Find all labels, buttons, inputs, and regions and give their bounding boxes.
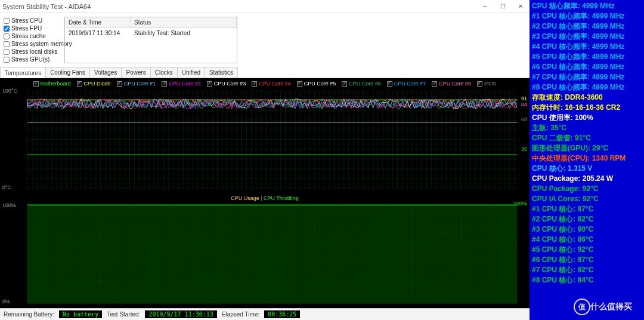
y-label-top: 100°C [2, 88, 17, 94]
legend-item[interactable]: ✓Motherboard [33, 81, 71, 87]
log-header-datetime: Date & Time [65, 17, 131, 27]
elapsed-label: Elapsed Time: [222, 311, 259, 318]
legend-cpu-usage: CPU Usage [231, 195, 259, 201]
tab-unified[interactable]: Unified [177, 67, 205, 78]
legend-item[interactable]: ✓CPU Core #6 [342, 81, 381, 87]
stress-option[interactable]: Stress FPU [4, 24, 61, 32]
titlebar[interactable]: System Stability Test - AIDA64 ─ ☐ ✕ [0, 0, 530, 13]
stress-checkbox[interactable] [4, 41, 10, 47]
sensor-reading: #2 CPU 核心频率: 4999 MHz [532, 21, 642, 32]
stress-checkbox[interactable] [4, 33, 10, 39]
sensor-reading: 主板: 35°C [532, 123, 642, 133]
tab-powers[interactable]: Powers [121, 67, 150, 78]
log-row: 2019/9/17 11:30:14 Stability Test: Start… [65, 28, 237, 38]
stress-option[interactable]: Stress local disks [4, 48, 61, 56]
sensor-reading: #3 CPU 核心: 90°C [532, 224, 642, 235]
sensor-reading: #8 CPU 核心频率: 4999 MHz [532, 82, 642, 93]
stress-options: Stress CPUStress FPUStress cacheStress s… [4, 17, 61, 63]
stress-checkbox[interactable] [4, 57, 10, 63]
legend-checkbox[interactable]: ✓ [297, 81, 302, 87]
sensor-reading: CPU 二极管: 91°C [532, 133, 642, 143]
legend-checkbox[interactable]: ✓ [33, 81, 39, 87]
test-started-value: 2019/9/17 11:30:13 [145, 310, 216, 318]
legend-item[interactable]: ✓MOS [477, 81, 497, 87]
tab-voltages[interactable]: Voltages [89, 67, 122, 78]
sensor-reading: CPU 使用率: 100% [532, 113, 642, 123]
log-header-status: Status [131, 17, 237, 27]
sensor-reading: #4 CPU 核心: 86°C [532, 235, 642, 245]
maximize-button[interactable]: ☐ [494, 0, 512, 13]
elapsed-value: 00:36:25 [264, 310, 300, 318]
legend-item[interactable]: ✓CPU Diode [77, 81, 111, 87]
sensor-reading: #7 CPU 核心频率: 4999 MHz [532, 72, 642, 82]
legend-item[interactable]: ✓CPU Core #5 [297, 81, 336, 87]
legend-item[interactable]: ✓CPU Core #2 [162, 81, 201, 87]
battery-label: Remaining Battery: [4, 311, 54, 318]
y-label-top: 100% [2, 202, 16, 208]
stress-option[interactable]: Stress system memory [4, 40, 61, 48]
battery-value: No battery [59, 310, 102, 318]
stress-checkbox[interactable] [4, 18, 10, 24]
tab-statistics[interactable]: Statistics [205, 67, 238, 78]
sensor-reading: CPU IA Cores: 92°C [532, 194, 642, 204]
tab-temperatures[interactable]: Temperatures [0, 67, 46, 78]
sensor-reading: 内存计时: 16-16-16-36 CR2 [532, 103, 642, 113]
stress-option[interactable]: Stress CPU [4, 17, 61, 24]
sensor-reading: #1 CPU 核心频率: 4999 MHz [532, 11, 642, 21]
y-label-bot: 0°C [2, 184, 11, 190]
chart-value-label: 35 [521, 146, 527, 152]
legend-checkbox[interactable]: ✓ [77, 81, 82, 87]
legend-item[interactable]: ✓CPU Core #3 [207, 81, 246, 87]
legend-checkbox[interactable]: ✓ [387, 81, 392, 87]
y-label-bot: 0% [2, 299, 10, 304]
legend-checkbox[interactable]: ✓ [432, 81, 437, 87]
sensor-reading: CPU 核心: 1.315 V [532, 164, 642, 174]
chart-value-label: 91 [521, 96, 527, 101]
sensor-reading: CPU Package: 205.24 W [532, 174, 642, 184]
sensor-reading: #4 CPU 核心频率: 4999 MHz [532, 42, 642, 52]
stress-checkbox[interactable] [4, 49, 10, 55]
stress-option[interactable]: Stress cache [4, 32, 61, 40]
tab-clocks[interactable]: Clocks [150, 67, 178, 78]
log-table: Date & Time Status 2019/9/17 11:30:14 St… [64, 17, 237, 63]
legend-checkbox[interactable]: ✓ [252, 81, 257, 87]
legend-item[interactable]: ✓CPU Core #4 [252, 81, 291, 87]
sensor-reading: #5 CPU 核心: 92°C [532, 245, 642, 255]
legend-checkbox[interactable]: ✓ [207, 81, 212, 87]
log-cell-datetime: 2019/9/17 11:30:14 [65, 28, 131, 38]
watermark-text: 什么值得买 [590, 301, 632, 312]
usage-chart[interactable]: CPU Usage | CPU Throttling 100% 0% 100% [0, 194, 530, 307]
status-bar: Remaining Battery: No battery Test Start… [0, 308, 530, 320]
sensor-reading: #8 CPU 核心: 84°C [532, 275, 642, 285]
sensor-reading: #3 CPU 核心频率: 4999 MHz [532, 32, 642, 42]
log-cell-status: Stability Test: Started [131, 28, 237, 38]
temperature-chart[interactable]: ✓Motherboard✓CPU Diode✓CPU Core #1✓CPU C… [0, 79, 530, 193]
legend-item[interactable]: ✓CPU Core #8 [432, 81, 471, 87]
legend-checkbox[interactable]: ✓ [342, 81, 347, 87]
sensor-reading: CPU Package: 92°C [532, 184, 642, 194]
main-window: System Stability Test - AIDA64 ─ ☐ ✕ Str… [0, 0, 530, 320]
chart-value-label: 68 [521, 116, 527, 122]
sensor-reading: 存取速度: DDR4-3600 [532, 93, 642, 103]
sensor-reading: #2 CPU 核心: 82°C [532, 214, 642, 224]
sensor-reading: #1 CPU 核心: 87°C [532, 204, 642, 214]
sensor-reading: 中央处理器(CPU): 1340 RPM [532, 153, 642, 164]
chart-value-label: 100% [513, 201, 527, 207]
legend-item[interactable]: ✓CPU Core #1 [117, 81, 156, 87]
minimize-button[interactable]: ─ [476, 0, 494, 13]
watermark-badge-icon: 值 [574, 299, 590, 315]
stress-option[interactable]: Stress GPU(s) [4, 56, 61, 63]
legend-cpu-throttling: CPU Throttling [264, 195, 299, 201]
tab-cooling-fans[interactable]: Cooling Fans [45, 67, 90, 78]
legend-checkbox[interactable]: ✓ [117, 81, 122, 87]
sensor-reading: CPU 核心频率: 4999 MHz [532, 1, 642, 11]
sensor-reading: #6 CPU 核心频率: 4999 MHz [532, 62, 642, 72]
stress-checkbox[interactable] [4, 26, 10, 32]
legend-checkbox[interactable]: ✓ [477, 81, 482, 87]
legend-item[interactable]: ✓CPU Core #7 [387, 81, 426, 87]
sensor-reading: #5 CPU 核心频率: 4999 MHz [532, 52, 642, 62]
test-started-label: Test Started: [107, 311, 140, 318]
legend-checkbox[interactable]: ✓ [162, 81, 167, 87]
sensor-reading: 图形处理器(GPU): 29°C [532, 143, 642, 153]
close-button[interactable]: ✕ [512, 0, 530, 13]
